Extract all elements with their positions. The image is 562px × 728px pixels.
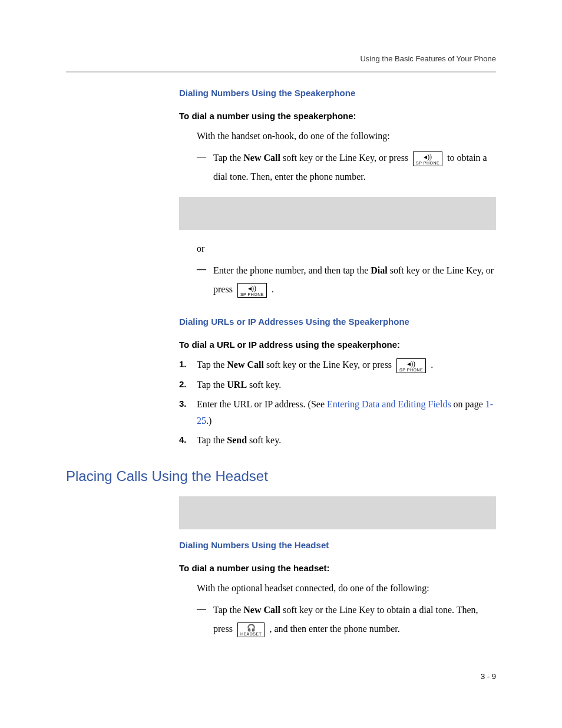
sp-phone-key-icon: ◂)) SP PHONE <box>396 358 426 373</box>
header-rule <box>66 71 496 73</box>
text-fragment: on page <box>451 399 485 409</box>
section-speakerphone-numbers: Dialing Numbers Using the Speakerphone T… <box>179 88 496 299</box>
bullet-text: Enter the phone number, and then tap the… <box>213 261 496 299</box>
new-call-label: New Call <box>227 360 264 370</box>
bullet-text: Tap the New Call soft key or the Line Ke… <box>213 601 496 638</box>
text-fragment: Tap the <box>197 380 227 390</box>
text-fragment: soft key or the Line Key, or press <box>264 360 394 370</box>
bullet-item: — Tap the New Call soft key or the Line … <box>197 601 496 638</box>
heading-dial-numbers-headset: Dialing Numbers Using the Headset <box>179 540 496 550</box>
subheading-to-dial-url-speakerphone: To dial a URL or IP address using the sp… <box>179 340 496 350</box>
heading-dial-numbers-speakerphone: Dialing Numbers Using the Speakerphone <box>179 88 496 98</box>
icon-caption: SP PHONE <box>240 292 264 297</box>
speaker-icon: ◂)) <box>240 285 264 292</box>
send-label: Send <box>227 435 247 445</box>
note-placeholder-box <box>179 197 496 230</box>
link-entering-data[interactable]: Entering Data and Editing Fields <box>327 399 451 409</box>
text-fragment: Tap the <box>197 360 227 370</box>
text-fragment: Tap the <box>213 153 243 163</box>
text-fragment: Enter the URL or IP address. (See <box>197 399 327 409</box>
headset-key-icon: 🎧 HEADSET <box>237 622 265 637</box>
section-headset: Dialing Numbers Using the Headset To dia… <box>179 496 496 638</box>
headset-icon: 🎧 <box>240 624 262 631</box>
note-placeholder-box <box>179 496 496 529</box>
page-number: 3 - 9 <box>481 672 496 681</box>
or-text: or <box>197 241 496 256</box>
text-fragment: Enter the phone number, and then tap the <box>213 265 371 275</box>
step-number: 1. <box>179 357 197 372</box>
text-fragment: Tap the <box>213 605 243 615</box>
text-fragment: . <box>272 284 274 294</box>
subheading-to-dial-speakerphone: To dial a number using the speakerphone: <box>179 111 496 121</box>
step-row: 4. Tap the Send soft key. <box>179 432 496 448</box>
section-speakerphone-urls: Dialing URLs or IP Addresses Using the S… <box>179 317 496 448</box>
bullet-text: Tap the New Call soft key or the Line Ke… <box>213 149 496 186</box>
dial-label: Dial <box>371 265 387 275</box>
intro-text: With the handset on-hook, do one of the … <box>197 128 496 144</box>
bullet-item: — Enter the phone number, and then tap t… <box>197 261 496 299</box>
new-call-label: New Call <box>243 605 280 615</box>
intro-text: With the optional headset connected, do … <box>197 580 496 596</box>
heading-dial-urls-speakerphone: Dialing URLs or IP Addresses Using the S… <box>179 317 496 327</box>
text-fragment: , and then enter the phone number. <box>269 624 399 634</box>
icon-caption: HEADSET <box>240 632 262 636</box>
text-fragment: Tap the <box>197 435 227 445</box>
step-row: 1. Tap the New Call soft key or the Line… <box>179 357 496 373</box>
dash-bullet: — <box>197 261 213 277</box>
step-text: Enter the URL or IP address. (See Enteri… <box>197 396 496 428</box>
text-fragment: soft key. <box>247 435 281 445</box>
dash-bullet: — <box>197 601 213 617</box>
sp-phone-key-icon: ◂)) SP PHONE <box>413 151 442 166</box>
step-number: 2. <box>179 377 197 392</box>
speaker-icon: ◂)) <box>416 153 439 160</box>
step-row: 2. Tap the URL soft key. <box>179 377 496 393</box>
speaker-icon: ◂)) <box>399 360 423 367</box>
step-number: 3. <box>179 396 197 411</box>
text-fragment: .) <box>206 416 211 426</box>
text-fragment: . <box>431 360 433 370</box>
new-call-label: New Call <box>243 153 280 163</box>
running-head: Using the Basic Features of Your Phone <box>66 54 496 63</box>
subheading-to-dial-headset: To dial a number using the headset: <box>179 563 496 573</box>
heading-placing-calls-headset: Placing Calls Using the Headset <box>66 468 496 485</box>
page: Using the Basic Features of Your Phone D… <box>0 0 562 728</box>
icon-caption: SP PHONE <box>416 161 439 165</box>
step-text: Tap the Send soft key. <box>197 432 496 448</box>
step-number: 4. <box>179 432 197 447</box>
step-text: Tap the URL soft key. <box>197 377 496 393</box>
step-text: Tap the New Call soft key or the Line Ke… <box>197 357 496 373</box>
text-fragment: soft key or the Line Key, or press <box>280 153 411 163</box>
text-fragment: soft key. <box>247 380 281 390</box>
bullet-item: — Tap the New Call soft key or the Line … <box>197 149 496 186</box>
url-label: URL <box>227 380 247 390</box>
icon-caption: SP PHONE <box>399 368 423 372</box>
step-row: 3. Enter the URL or IP address. (See Ent… <box>179 396 496 428</box>
sp-phone-key-icon: ◂)) SP PHONE <box>237 283 267 298</box>
dash-bullet: — <box>197 149 213 164</box>
